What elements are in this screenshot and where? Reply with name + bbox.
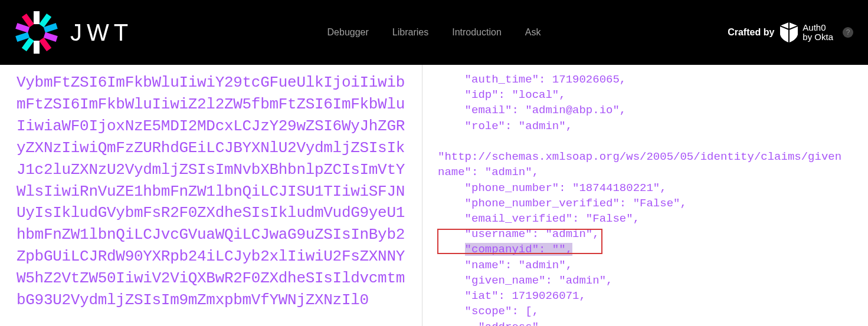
- main-nav: Debugger Libraries Introduction Ask: [327, 27, 541, 38]
- crafted-by-label: Crafted by: [728, 27, 774, 38]
- logo[interactable]: JWT: [15, 11, 133, 54]
- crafted-by: Crafted by: [728, 22, 853, 42]
- nav-debugger[interactable]: Debugger: [327, 27, 369, 38]
- nav-libraries[interactable]: Libraries: [392, 27, 428, 38]
- okta-text: Auth0 by Okta: [803, 23, 833, 42]
- by-okta-label: by Okta: [803, 32, 833, 42]
- auth0-label: Auth0: [803, 23, 833, 33]
- shield-icon: [780, 22, 798, 42]
- svg-rect-0: [34, 11, 40, 24]
- encoded-token-pane[interactable]: VybmFtZSI6ImFkbWluIiwiY29tcGFueUlkIjoiIi…: [0, 65, 422, 326]
- auth0-okta-logo[interactable]: Auth0 by Okta: [780, 22, 833, 42]
- nav-introduction[interactable]: Introduction: [452, 27, 502, 38]
- jwt-logo-icon: [15, 11, 58, 54]
- decoded-payload-text: "auth_time": 1719026065, "idp": "local",…: [438, 72, 851, 326]
- header: JWT Debugger Libraries Introduction Ask …: [0, 0, 868, 65]
- help-icon[interactable]: ?: [843, 27, 853, 38]
- content-area: VybmFtZSI6ImFkbWluIiwiY29tcGFueUlkIjoiIi…: [0, 65, 868, 326]
- decoded-payload-pane[interactable]: "auth_time": 1719026065, "idp": "local",…: [422, 65, 868, 326]
- nav-ask[interactable]: Ask: [525, 27, 541, 38]
- logo-text: JWT: [70, 19, 133, 46]
- encoded-token-text: VybmFtZSI6ImFkbWluIiwiY29tcGFueUlkIjoiIi…: [17, 72, 405, 311]
- svg-rect-1: [34, 41, 40, 54]
